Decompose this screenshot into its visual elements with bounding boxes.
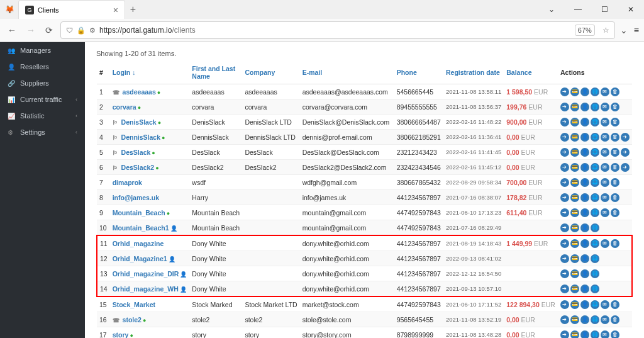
back-button[interactable]: ← — [5, 23, 19, 38]
action-icon-6[interactable]: ➔ — [621, 163, 630, 172]
action-icon-1[interactable]: 💳 — [570, 284, 579, 293]
action-icon-2[interactable]: 👤 — [580, 148, 589, 157]
header-phone[interactable]: Phone — [394, 61, 443, 84]
action-icon-0[interactable]: ➔ — [560, 163, 569, 172]
address-bar[interactable]: 🛡 🔒 ⚙ https://portal.gatum.io/clients 67… — [60, 21, 615, 39]
action-icon-3[interactable]: 🌐 — [591, 148, 599, 157]
header-balance[interactable]: Balance — [504, 61, 558, 84]
action-icon-0[interactable]: ➔ — [560, 315, 569, 324]
login-link[interactable]: corvara — [113, 103, 136, 111]
action-icon-0[interactable]: ➔ — [560, 330, 569, 339]
login-link[interactable]: Orhid_magazine_WH — [113, 285, 179, 293]
login-link[interactable]: ☎ asdeeaaas — [113, 88, 156, 96]
action-icon-5[interactable]: 🗑 — [611, 133, 619, 142]
action-icon-3[interactable]: 🌐 — [591, 178, 599, 187]
action-icon-4[interactable]: ✉ — [601, 193, 609, 202]
reload-button[interactable]: ⟳ — [43, 23, 55, 38]
action-icon-3[interactable]: 🌐 — [591, 118, 599, 127]
window-close-icon[interactable]: ✕ — [618, 5, 644, 14]
action-icon-3[interactable]: 🌐 — [591, 254, 599, 263]
sidebar-item-statistic[interactable]: 📈Statistic‹ — [0, 108, 85, 124]
login-link[interactable]: 🏳 DennisSlack — [113, 133, 160, 141]
action-icon-2[interactable]: 👤 — [580, 193, 589, 202]
action-icon-5[interactable]: 🗑 — [611, 103, 619, 111]
login-link[interactable]: Stock_Market — [113, 301, 155, 308]
action-icon-3[interactable]: 🌐 — [591, 315, 599, 324]
login-link[interactable]: Mountain_Beach1 — [113, 224, 169, 232]
login-link[interactable]: 🏳 DesSlack — [113, 149, 151, 156]
action-icon-2[interactable]: 👤 — [580, 133, 589, 142]
window-minimize-icon[interactable]: — — [565, 5, 591, 14]
action-icon-5[interactable]: 🗑 — [611, 330, 619, 339]
new-tab-button[interactable]: + — [130, 4, 136, 15]
action-icon-0[interactable]: ➔ — [560, 148, 569, 157]
action-icon-3[interactable]: 🌐 — [591, 269, 599, 278]
header-reg[interactable]: Registration date — [443, 61, 504, 84]
action-icon-1[interactable]: 💳 — [570, 163, 579, 172]
action-icon-4[interactable]: ✉ — [601, 133, 609, 142]
browser-tab[interactable]: G Clients × — [18, 0, 125, 19]
action-icon-4[interactable]: ✉ — [601, 148, 609, 157]
action-icon-1[interactable]: 💳 — [570, 178, 579, 187]
action-icon-3[interactable]: 🌐 — [591, 208, 599, 217]
action-icon-0[interactable]: ➔ — [560, 103, 569, 111]
action-icon-1[interactable]: 💳 — [570, 103, 579, 111]
action-icon-0[interactable]: ➔ — [560, 118, 569, 127]
sidebar-item-settings[interactable]: ⚙Settings‹ — [0, 124, 85, 140]
action-icon-5[interactable]: 🗑 — [611, 315, 619, 324]
action-icon-3[interactable]: 🌐 — [591, 163, 599, 172]
action-icon-2[interactable]: 👤 — [580, 118, 589, 127]
window-maximize-icon[interactable]: ☐ — [591, 5, 618, 14]
action-icon-2[interactable]: 👤 — [580, 103, 589, 111]
action-icon-4[interactable]: ✉ — [601, 330, 609, 339]
zoom-level[interactable]: 67% — [575, 25, 595, 36]
header-name[interactable]: First and Last Name — [189, 61, 242, 84]
action-icon-4[interactable]: ✉ — [601, 315, 609, 324]
header-email[interactable]: E-mail — [300, 61, 394, 84]
action-icon-1[interactable]: 💳 — [570, 193, 579, 202]
action-icon-2[interactable]: 👤 — [580, 284, 589, 293]
action-icon-2[interactable]: 👤 — [580, 269, 589, 278]
login-link[interactable]: Orhid_Magazine1 — [113, 255, 167, 262]
action-icon-2[interactable]: 👤 — [580, 300, 589, 309]
action-icon-2[interactable]: 👤 — [580, 330, 589, 339]
action-icon-2[interactable]: 👤 — [580, 315, 589, 324]
forward-button[interactable]: → — [24, 23, 38, 38]
action-icon-0[interactable]: ➔ — [560, 269, 569, 278]
action-icon-4[interactable]: ✉ — [601, 118, 609, 127]
action-icon-3[interactable]: 🌐 — [591, 239, 599, 248]
login-link[interactable]: info@james.uk — [113, 194, 159, 201]
pocket-icon[interactable]: ⌄ — [620, 25, 628, 35]
action-icon-0[interactable]: ➔ — [560, 239, 569, 248]
login-link[interactable]: Orhid_magazine — [113, 240, 164, 247]
action-icon-1[interactable]: 💳 — [570, 118, 579, 127]
sidebar-item-current-traffic[interactable]: 📊Current traffic‹ — [0, 91, 85, 108]
action-icon-6[interactable]: ➔ — [621, 148, 630, 157]
action-icon-3[interactable]: 🌐 — [591, 133, 599, 142]
action-icon-1[interactable]: 💳 — [570, 239, 579, 248]
action-icon-1[interactable]: 💳 — [570, 300, 579, 309]
sidebar-item-managers[interactable]: 👥Managers — [0, 42, 85, 59]
action-icon-3[interactable]: 🌐 — [591, 300, 599, 309]
login-link[interactable]: Orhid_magazine_DIR — [113, 270, 179, 278]
action-icon-4[interactable]: ✉ — [601, 178, 609, 187]
action-icon-0[interactable]: ➔ — [560, 133, 569, 142]
action-icon-1[interactable]: 💳 — [570, 208, 579, 217]
tab-close-icon[interactable]: × — [113, 5, 118, 15]
action-icon-1[interactable]: 💳 — [570, 315, 579, 324]
action-icon-3[interactable]: 🌐 — [591, 87, 599, 96]
login-link[interactable]: story — [113, 331, 129, 339]
action-icon-0[interactable]: ➔ — [560, 87, 569, 96]
action-icon-0[interactable]: ➔ — [560, 223, 569, 232]
action-icon-2[interactable]: 👤 — [580, 208, 589, 217]
action-icon-1[interactable]: 💳 — [570, 133, 579, 142]
action-icon-3[interactable]: 🌐 — [591, 223, 599, 232]
action-icon-1[interactable]: 💳 — [570, 223, 579, 232]
action-icon-4[interactable]: ✉ — [601, 208, 609, 217]
action-icon-3[interactable]: 🌐 — [591, 103, 599, 111]
action-icon-5[interactable]: 🗑 — [611, 239, 619, 248]
action-icon-4[interactable]: ✉ — [601, 300, 609, 309]
header-login[interactable]: Login ↓ — [110, 61, 190, 84]
action-icon-3[interactable]: 🌐 — [591, 284, 599, 293]
action-icon-5[interactable]: 🗑 — [611, 118, 619, 127]
